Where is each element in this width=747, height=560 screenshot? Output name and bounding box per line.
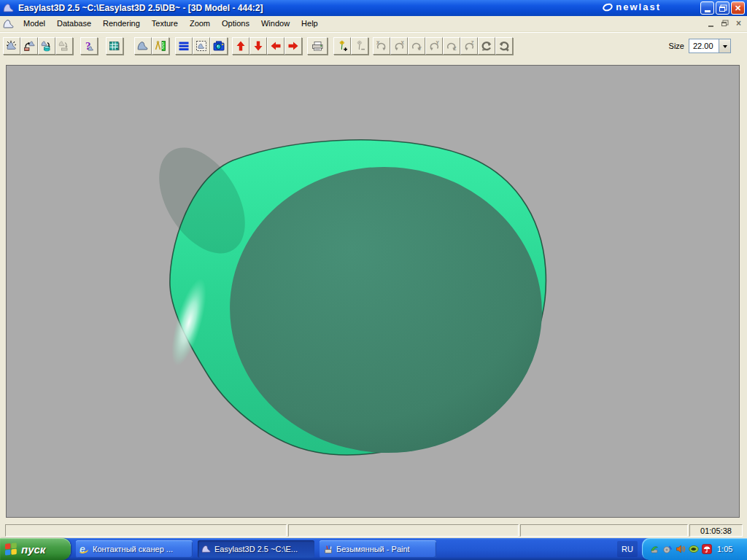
internet-explorer-icon: e — [80, 543, 90, 555]
status-pane-2 — [288, 524, 519, 537]
menu-rendering[interactable]: Rendering — [97, 16, 146, 31]
menu-model[interactable]: Model — [18, 16, 51, 31]
taskbar-clock[interactable]: 1:05 — [717, 545, 732, 553]
restore-button[interactable] — [716, 1, 729, 15]
mdi-minimize-button[interactable] — [705, 18, 716, 28]
open-last-icon — [23, 40, 35, 52]
add-point-button[interactable] — [333, 37, 351, 55]
sections-icon — [178, 40, 190, 52]
measure-tools-button[interactable] — [152, 37, 169, 55]
snapshot-button[interactable] — [210, 37, 228, 55]
rotate-z-ccw-icon-disabled: Z — [446, 40, 457, 52]
help-question-icon: ? — [83, 40, 95, 52]
nvidia-icon[interactable] — [689, 544, 699, 554]
menu-bar: Model Database Rendering Texture Zoom Op… — [0, 16, 747, 32]
rotate-y-cw-icon-disabled: Y — [428, 40, 440, 52]
client-area — [0, 58, 747, 523]
svg-text:X: X — [376, 40, 380, 45]
status-time: 01:05:38 — [689, 524, 743, 537]
save-last-to-db-button[interactable] — [38, 37, 55, 55]
menu-database[interactable]: Database — [51, 16, 97, 31]
taskbar-item-paint[interactable]: Безымянный - Paint — [320, 540, 436, 558]
view-left-button[interactable] — [267, 37, 285, 55]
save-last-button-disabled — [55, 37, 73, 55]
compass-ruler-icon — [155, 40, 166, 52]
rotate-x-ccw-button-disabled: X — [373, 37, 390, 55]
newlast-logo-text: newlast — [616, 1, 661, 12]
taskbar-item-scanner[interactable]: e Контактный сканер ... — [76, 540, 193, 558]
database-table-button[interactable] — [106, 37, 123, 55]
last-view-icon — [137, 40, 149, 52]
mdi-minimize-icon — [708, 26, 713, 27]
menu-options[interactable]: Options — [216, 16, 255, 31]
language-indicator[interactable]: RU — [617, 541, 638, 557]
view-up-button[interactable] — [232, 37, 249, 55]
arrow-down-icon — [252, 40, 264, 52]
start-button[interactable]: пуск — [0, 538, 71, 560]
open-last-button[interactable] — [20, 37, 38, 55]
rotate-z-cw-button-disabled: Z — [460, 37, 478, 55]
sections-button[interactable] — [175, 37, 193, 55]
camera-snapshot-icon — [213, 40, 225, 52]
system-tray: 1:05 — [642, 538, 747, 560]
rotate-z-cw-icon-disabled: Z — [463, 40, 475, 52]
view-right-button[interactable] — [285, 37, 302, 55]
shoe-last-3d-model — [7, 66, 739, 517]
minimize-button[interactable] — [700, 1, 714, 15]
arrow-right-icon — [287, 40, 299, 52]
model-viewport[interactable] — [6, 65, 740, 518]
taskbar-item-easylast3d[interactable]: Easylast3D 2.5 ~C:\E... — [198, 540, 314, 558]
mdi-close-button[interactable]: × — [733, 18, 744, 28]
arrow-up-icon — [235, 40, 247, 52]
copy-view-icon — [196, 40, 207, 52]
new-last-icon — [6, 40, 18, 52]
menu-zoom[interactable]: Zoom — [184, 16, 216, 31]
help-button[interactable]: ? — [80, 37, 98, 55]
close-button[interactable]: ✕ — [731, 1, 745, 15]
app-shoe-icon[interactable] — [3, 2, 15, 14]
toolbar: ? — [0, 32, 747, 58]
status-pane-3 — [520, 524, 688, 537]
avira-umbrella-icon[interactable] — [702, 544, 712, 554]
menu-help[interactable]: Help — [295, 16, 324, 31]
delete-point-button-disabled — [351, 37, 368, 55]
size-label: Size — [669, 42, 684, 50]
copy-view-button[interactable] — [193, 37, 210, 55]
status-bar: 01:05:38 — [0, 523, 747, 538]
newlast-oval-icon — [602, 1, 614, 12]
save-last-to-db-icon — [41, 40, 53, 52]
save-last-icon-disabled — [58, 40, 70, 52]
printer-icon — [311, 40, 324, 52]
delete-point-icon-disabled — [354, 40, 365, 52]
svg-text:Z: Z — [471, 40, 474, 45]
menu-texture[interactable]: Texture — [146, 16, 184, 31]
mdi-restore-button[interactable] — [719, 18, 730, 28]
volume-icon[interactable] — [676, 544, 686, 554]
rotate-x-ccw-icon-disabled: X — [376, 40, 387, 52]
title-bar[interactable]: Easylast3D 2.5 ~C:\Easylast3D 2.5\DB~ - … — [0, 0, 747, 16]
chevron-down-icon — [723, 45, 727, 50]
menu-window[interactable]: Window — [255, 16, 295, 31]
task-items: e Контактный сканер ... Easylast3D 2.5 ~… — [76, 540, 436, 558]
last-view-button[interactable] — [134, 37, 152, 55]
view-down-button[interactable] — [249, 37, 267, 55]
taskbar: пуск e Контактный сканер ... Easylast3D … — [0, 538, 747, 560]
device-icon[interactable] — [649, 544, 659, 554]
rotate-y-ccw-icon-disabled: Y — [411, 40, 422, 52]
paint-icon — [323, 544, 333, 554]
mdi-restore-icon — [721, 22, 727, 26]
new-last-button[interactable] — [3, 37, 20, 55]
shoe-last-icon — [201, 544, 212, 554]
svg-text:X: X — [401, 40, 405, 45]
windows-logo-icon — [4, 542, 18, 556]
svg-text:Y: Y — [419, 46, 422, 51]
rotate-y-cw-button-disabled: Y — [425, 37, 443, 55]
document-shoe-icon[interactable] — [3, 18, 15, 30]
minimize-icon — [705, 10, 711, 12]
rotate-cw-plus-icon-disabled — [498, 40, 510, 52]
size-dropdown-button[interactable] — [719, 39, 730, 52]
desktop: { "window": { "title": "Easylast3D 2.5 ~… — [0, 0, 747, 560]
print-button[interactable] — [307, 37, 328, 55]
size-combobox[interactable]: 22.00 — [689, 39, 731, 53]
audio-settings-icon[interactable] — [662, 544, 673, 554]
